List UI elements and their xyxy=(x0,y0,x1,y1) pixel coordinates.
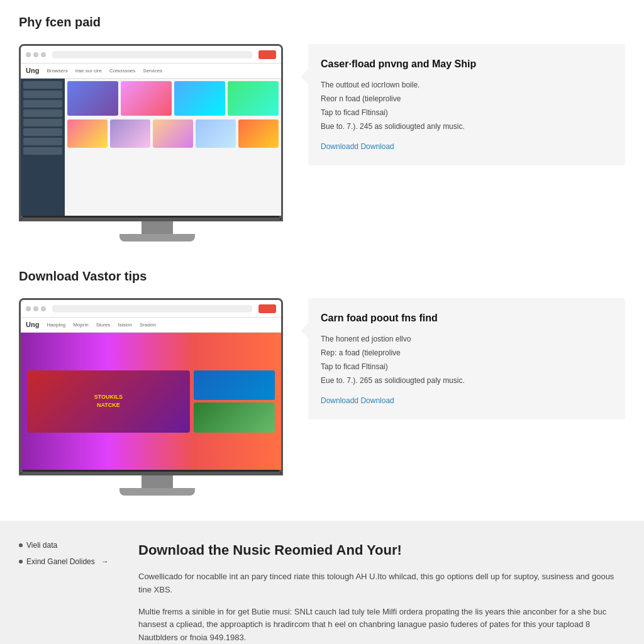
app-nav-1: Ung Browsers Irae sur cire Coisossoes Se… xyxy=(21,64,281,79)
content-card xyxy=(121,81,172,116)
small-card xyxy=(67,119,108,148)
panel1-line4: Bue to. 7.). 245 as solidiougted anly mu… xyxy=(321,121,613,132)
panel2-title: Carn foad poout fns find xyxy=(321,311,613,326)
content-row-small-1 xyxy=(67,119,279,148)
bullet-item-1: Vieli data xyxy=(19,540,119,551)
app-main-content-1 xyxy=(65,79,281,216)
panel2-line2: Rep: a foad (tieleprolive xyxy=(321,347,613,358)
app-sidebar-1 xyxy=(21,79,65,216)
monitor-stand-base-1 xyxy=(119,234,195,242)
small-card xyxy=(238,119,279,148)
header-dot xyxy=(41,306,46,311)
bottom-left: Vieli data Exind Ganel Dolides → xyxy=(19,540,119,644)
banner-side-card xyxy=(194,370,275,401)
nav-link[interactable]: Services xyxy=(143,67,162,75)
content-card xyxy=(228,81,279,116)
monitor-2: Ung Haoplog Moprin Slures Isision Sradon xyxy=(19,298,283,475)
app-logo-2: Ung xyxy=(26,319,39,330)
nav-link[interactable]: Slures xyxy=(96,321,111,329)
address-bar-2[interactable] xyxy=(52,305,252,313)
content-row-2: Ung Haoplog Moprin Slures Isision Sradon xyxy=(19,298,625,496)
header-dot xyxy=(33,52,38,57)
sidebar-block xyxy=(23,138,62,145)
panel2-line3: Tap to ficad Fltinsai) xyxy=(321,361,613,372)
app-nav-2: Ung Haoplog Moprin Slures Isision Sradon xyxy=(21,318,281,333)
panel1-download-link[interactable]: Downloadd Download xyxy=(321,141,394,152)
nav-link[interactable]: Irae sur cire xyxy=(75,67,102,75)
nav-link[interactable]: Haoplog xyxy=(47,321,65,329)
sidebar-block xyxy=(23,147,62,155)
full-banner: STOUKILSNATCKE xyxy=(21,333,281,470)
nav-link[interactable]: Coisossoes xyxy=(109,67,135,75)
banner-side xyxy=(194,370,275,433)
header-dot xyxy=(33,306,38,311)
monitor-1: Ung Browsers Irae sur cire Coisossoes Se… xyxy=(19,44,283,221)
bottom-para-1: Cowellicado for nocablle int an pary tin… xyxy=(138,570,625,597)
address-bar[interactable] xyxy=(52,51,252,58)
sidebar-block xyxy=(23,81,62,89)
banner-text-main: STOUKILSNATCKE xyxy=(94,393,123,410)
content-grid-1 xyxy=(67,81,279,116)
monitor-stand-base-2 xyxy=(119,488,195,496)
header-dot xyxy=(26,52,31,57)
sidebar-block xyxy=(23,109,62,117)
content-row-1: Ung Browsers Irae sur cire Coisossoes Se… xyxy=(19,44,625,242)
banner-row-1: STOUKILSNATCKE xyxy=(27,370,275,433)
browser-close-btn-2[interactable] xyxy=(258,304,276,313)
browser-header-1 xyxy=(21,46,281,64)
page-container: Phy fcen paid Ung Browsers xyxy=(0,0,644,644)
panel1-line2: Reor n foad (tieleprolive xyxy=(321,93,613,104)
bottom-right: Download the Nusic Reomied And Your! Cow… xyxy=(138,540,625,644)
panel2-line4: Eue to. 7.). 265 as solidiougted paly mu… xyxy=(321,375,613,386)
app-logo-1: Ung xyxy=(26,65,39,76)
bullet-dot-2 xyxy=(19,560,23,564)
sidebar-block xyxy=(23,100,62,108)
panel2-download-link[interactable]: Downloadd Download xyxy=(321,395,394,406)
app-body-2: STOUKILSNATCKE xyxy=(21,333,281,470)
small-card xyxy=(153,119,193,148)
panel1-title: Caser·fload pnvng and May Ship xyxy=(321,57,613,72)
sidebar-block xyxy=(23,119,62,126)
nav-link[interactable]: Moprin xyxy=(73,321,88,329)
small-card xyxy=(196,119,236,148)
browser-close-btn[interactable] xyxy=(258,50,276,59)
panel1-line3: Tap to ficad Fltinsai) xyxy=(321,107,613,118)
monitor-screen-1: Ung Browsers Irae sur cire Coisossoes Se… xyxy=(21,46,281,216)
monitor-wrapper-1: Ung Browsers Irae sur cire Coisossoes Se… xyxy=(19,44,296,242)
nav-link[interactable]: Sradon xyxy=(140,321,156,329)
header-dot xyxy=(26,306,31,311)
nav-link[interactable]: Browsers xyxy=(47,67,67,75)
arrow-icon: → xyxy=(101,556,109,567)
bullet-item-2: Exind Ganel Dolides → xyxy=(19,556,119,567)
bottom-para-2: Multie frems a sinible in for get Butie … xyxy=(138,606,625,644)
small-card xyxy=(110,119,150,148)
monitor-stand-neck-1 xyxy=(142,221,173,234)
content-card xyxy=(67,81,118,116)
monitor-screen-2: Ung Haoplog Moprin Slures Isision Sradon xyxy=(21,300,281,470)
info-panel-2: Carn foad poout fns find The honent ed j… xyxy=(308,298,625,419)
section1-title: Phy fcen paid xyxy=(19,13,625,31)
bottom-inner: Vieli data Exind Ganel Dolides → Downloa… xyxy=(19,540,625,644)
bullet-dot-1 xyxy=(19,543,23,547)
banner-main-img: STOUKILSNATCKE xyxy=(27,370,190,433)
header-dot xyxy=(41,52,46,57)
panel1-line1: The outtout ed iocrIown boile. xyxy=(321,79,613,91)
app-body-1 xyxy=(21,79,281,216)
sidebar-block xyxy=(23,91,62,98)
bullet-label-2: Exind Ganel Dolides xyxy=(26,556,95,567)
monitor-bottom-1 xyxy=(21,216,281,219)
bullet-label-1: Vieli data xyxy=(26,540,57,551)
monitor-wrapper-2: Ung Haoplog Moprin Slures Isision Sradon xyxy=(19,298,296,496)
bottom-main-title: Download the Nusic Reomied And Your! xyxy=(138,540,625,560)
sidebar-block xyxy=(23,128,62,136)
content-card xyxy=(174,81,225,116)
bottom-section: Vieli data Exind Ganel Dolides → Downloa… xyxy=(0,521,644,644)
info-panel-1: Caser·fload pnvng and May Ship The outto… xyxy=(308,44,625,165)
browser-header-2 xyxy=(21,300,281,318)
monitor-bottom-2 xyxy=(21,470,281,474)
banner-side-card xyxy=(194,402,275,433)
section2-title: Download Vastor tips xyxy=(19,267,625,286)
nav-link[interactable]: Isision xyxy=(118,321,132,329)
monitor-stand-neck-2 xyxy=(142,475,173,488)
panel2-line1: The honent ed jostion ellvo xyxy=(321,333,613,345)
